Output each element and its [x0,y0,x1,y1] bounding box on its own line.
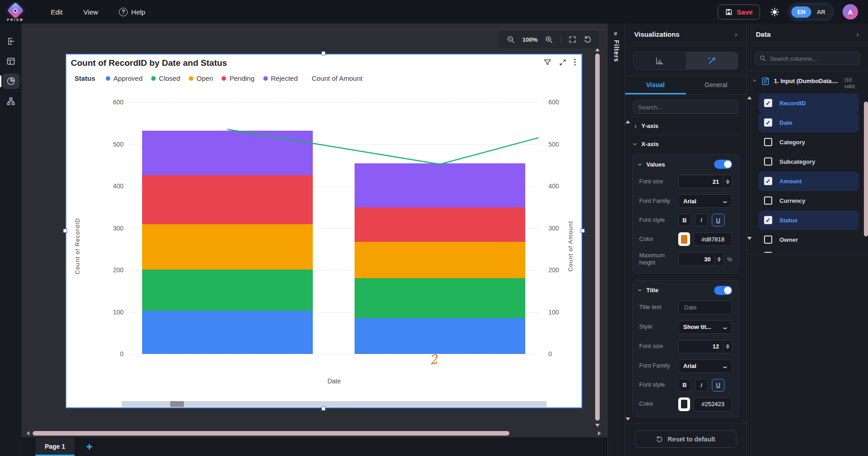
scroll-up-arrow[interactable] [595,48,600,51]
title-group-header[interactable]: › Title [639,286,732,295]
add-page-button[interactable]: + [86,441,93,452]
chart-x-scrollbar-thumb[interactable] [170,401,184,407]
checkbox[interactable]: ✓ [764,216,772,224]
tab-visual[interactable]: Visual [625,76,686,94]
checkbox[interactable]: ✓ [764,99,772,107]
bold-button[interactable]: B [678,214,691,226]
title-font-size-spinner[interactable] [723,340,732,353]
title-font-family-select[interactable]: Arial ⌄ [678,359,732,373]
title-toggle[interactable] [714,286,732,295]
viz-scroll-up[interactable] [626,120,630,123]
data-scrollbar-thumb[interactable] [864,102,868,236]
bar-open-cat2[interactable] [355,242,525,278]
resize-handle-bottom[interactable] [321,407,326,411]
tab-page-1[interactable]: Page 1 [35,438,74,456]
underline-button[interactable]: U [712,214,725,226]
data-search-input[interactable] [755,52,860,65]
italic-button[interactable]: I [695,214,708,226]
data-scroll-up[interactable] [747,96,752,99]
section-y-axis[interactable]: › Y-axis [632,117,739,135]
column-row-status[interactable]: ✓Status [759,211,859,230]
menu-edit[interactable]: Edit [51,8,63,16]
sidebar-item-exit[interactable] [2,34,20,49]
bar-approved-cat1[interactable] [142,311,313,354]
data-source-row[interactable]: › 1. Input (DumboData.... (10 cols) [747,71,868,93]
checkbox[interactable] [764,157,772,166]
canvas-h-scrollbar-thumb[interactable] [33,431,509,436]
viz-mode-build[interactable] [634,52,686,69]
underline-button[interactable]: U [712,379,725,392]
max-height-input[interactable]: 30 [678,252,724,266]
bold-button[interactable]: B [678,379,691,392]
font-size-input[interactable]: 21 [678,175,732,188]
bar-closed-cat2[interactable] [355,278,525,319]
filters-collapsed-panel[interactable]: » Filters [607,24,625,456]
bar-closed-cat1[interactable] [142,270,313,311]
resize-handle-left[interactable] [63,229,67,233]
sidebar-item-flow[interactable] [2,93,20,109]
theme-sun-icon[interactable] [770,7,779,17]
checkbox[interactable]: ✓ [764,118,772,127]
column-row-category[interactable]: Category [759,132,859,152]
chart-visual[interactable]: Count of RecordID by Date and Status Sta… [65,54,582,408]
tab-general[interactable]: General [686,76,747,94]
scroll-right-arrow[interactable] [598,431,601,436]
title-text-input[interactable]: Date [678,301,732,314]
canvas-v-scrollbar-thumb[interactable] [595,54,600,421]
bar-rejected-cat1[interactable] [142,131,313,175]
reset-to-default-button[interactable]: Reset to default [635,431,736,448]
color-value-input[interactable]: #d87818 [694,232,732,246]
font-size-spinner[interactable] [723,175,732,188]
fullscreen-icon[interactable] [568,35,577,44]
canvas-v-scrollbar[interactable] [595,47,600,428]
menu-help[interactable]: ? Help [119,8,145,16]
bar-approved-cat2[interactable] [355,318,525,354]
resize-handle-top[interactable] [321,51,326,55]
filters-expand-icon[interactable]: » [612,32,620,35]
save-button[interactable]: Save [718,5,760,20]
scroll-left-arrow[interactable] [26,431,30,436]
viz-mode-format[interactable] [686,52,738,69]
title-font-size-input[interactable]: 12 [678,340,732,353]
menu-view[interactable]: View [84,8,98,16]
column-row-amount[interactable]: ✓Amount [759,172,859,191]
title-style-select[interactable]: Show tit... ⌄ [678,320,732,334]
zoom-in-icon[interactable] [545,35,553,44]
viz-scroll-down[interactable] [626,417,630,421]
color-swatch[interactable] [678,232,690,246]
resize-handle-right[interactable] [581,229,585,233]
max-height-spinner[interactable] [715,253,723,265]
data-scroll-down[interactable] [747,237,752,240]
italic-button[interactable]: I [695,379,708,392]
checkbox[interactable] [764,138,772,146]
reset-view-icon[interactable] [584,35,592,44]
app-logo[interactable]: PRISM [5,4,26,21]
color-swatch[interactable] [678,397,690,411]
lang-ar-option[interactable]: AR [811,6,831,18]
column-row-subcategory[interactable]: Subcategory [759,152,859,172]
scroll-down-arrow[interactable] [595,424,600,427]
language-toggle[interactable]: EN AR [789,4,833,20]
column-row-owner[interactable]: Owner [759,230,859,250]
column-row-recordid[interactable]: ✓RecordID [759,93,859,113]
collapse-panel-icon[interactable]: › [735,30,737,38]
bar-open-cat1[interactable] [142,224,313,270]
values-toggle[interactable] [714,160,732,169]
font-family-select[interactable]: Arial ⌄ [678,194,732,208]
color-value-input[interactable]: #252423 [694,397,732,411]
checkbox[interactable] [764,235,772,244]
bar-pending-cat2[interactable] [355,207,525,242]
sidebar-item-layout[interactable] [2,54,20,69]
lang-en-option[interactable]: EN [791,6,811,18]
values-group-header[interactable]: › Values [639,160,732,169]
zoom-out-icon[interactable] [507,35,515,44]
sidebar-item-charts[interactable] [2,74,20,89]
canvas-h-scrollbar[interactable] [25,431,594,436]
section-x-axis[interactable]: › X-axis [632,135,739,153]
checkbox[interactable]: ✓ [764,177,772,185]
bar-pending-cat1[interactable] [142,175,313,224]
column-row-currency[interactable]: Currency [759,191,859,211]
column-row-date[interactable]: ✓Date [759,113,859,132]
bar-rejected-cat2[interactable] [355,163,525,207]
collapse-panel-icon[interactable]: › [856,30,859,38]
